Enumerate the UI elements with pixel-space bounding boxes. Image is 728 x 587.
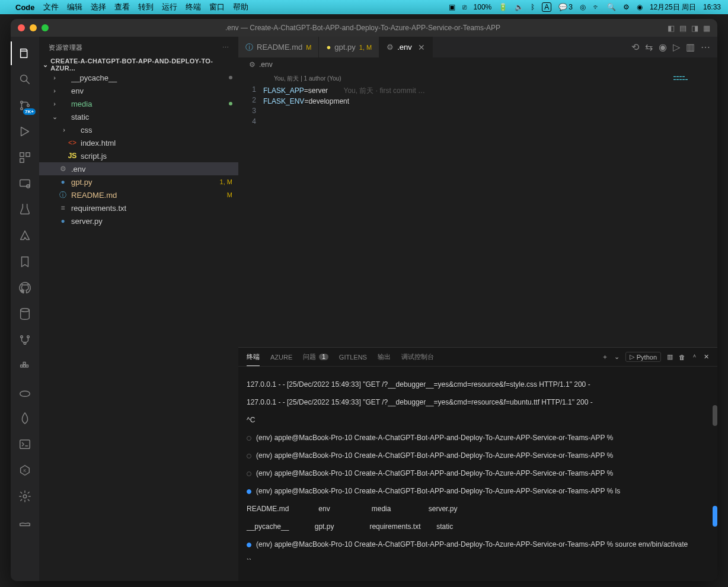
activity-docker[interactable] bbox=[11, 354, 39, 378]
docker-icon[interactable]: ▣ bbox=[449, 3, 455, 11]
tab-README-md[interactable]: ⓘREADME.mdM bbox=[238, 37, 319, 57]
airdrop-icon[interactable]: ◎ bbox=[580, 3, 586, 11]
folder-media[interactable]: ›media bbox=[39, 97, 238, 110]
terminal[interactable]: 127.0.0.1 - - [25/Dec/2022 15:49:33] "GE… bbox=[238, 367, 717, 581]
panel-tab-GITLENS[interactable]: GITLENS bbox=[339, 348, 367, 366]
menu-help[interactable]: 帮助 bbox=[233, 2, 248, 12]
layout-customize-icon[interactable]: ▦ bbox=[703, 24, 710, 33]
project-name: CREATE-A-CHATGPT-BOT-APP-AND-DEPLOY-TO-A… bbox=[50, 57, 235, 72]
battery-icon: 🔋 bbox=[499, 3, 507, 11]
menubar-date[interactable]: 12月25日 周日 bbox=[650, 2, 696, 12]
panel-tab-输出[interactable]: 输出 bbox=[378, 348, 391, 366]
layout-panel-icon[interactable]: ▤ bbox=[679, 24, 687, 33]
file-requirements-txt[interactable]: ≡requirements.txt bbox=[39, 201, 238, 214]
file--env[interactable]: ⚙.env bbox=[39, 162, 238, 175]
activity-git-graph[interactable] bbox=[11, 328, 39, 352]
diff-icon[interactable]: ⇆ bbox=[645, 41, 653, 53]
minimap[interactable]: ▬▬▬▬▬▬▬▬▬ bbox=[670, 71, 717, 347]
menu-window[interactable]: 窗口 bbox=[209, 2, 225, 12]
folder-static[interactable]: ⌄static bbox=[39, 110, 238, 123]
code-content[interactable]: You, 前天 | 1 author (You)FLASK_APP=server… bbox=[263, 71, 717, 347]
close-panel-icon[interactable]: ✕ bbox=[704, 353, 709, 361]
traffic-lights bbox=[18, 24, 49, 31]
maximize-panel-icon[interactable]: ＾ bbox=[691, 352, 698, 361]
panel-scrollbar[interactable] bbox=[711, 367, 717, 581]
activity-github[interactable] bbox=[11, 276, 39, 300]
tab--env[interactable]: ⚙.env✕ bbox=[379, 37, 433, 57]
panel-tab-AZURE[interactable]: AZURE bbox=[270, 348, 292, 366]
sidebar-more-icon[interactable]: ⋯ bbox=[222, 44, 229, 52]
menu-file[interactable]: 文件 bbox=[43, 2, 59, 12]
menu-go[interactable]: 转到 bbox=[138, 2, 154, 12]
sound-icon[interactable]: 🔈 bbox=[515, 3, 523, 11]
search-icon[interactable]: 🔍 bbox=[607, 3, 616, 11]
scrollbar-thumb[interactable] bbox=[713, 405, 717, 426]
interpreter-pill[interactable]: ▷ Python bbox=[625, 352, 661, 362]
panel-tab-终端[interactable]: 终端 bbox=[247, 348, 260, 366]
folder-__pycache__[interactable]: ›__pycache__ bbox=[39, 71, 238, 84]
activity-remote[interactable] bbox=[11, 172, 39, 195]
layout-sidebar-right-icon[interactable]: ◨ bbox=[691, 24, 698, 33]
activity-search[interactable] bbox=[11, 68, 39, 91]
menu-run[interactable]: 运行 bbox=[162, 2, 177, 12]
menu-edit[interactable]: 编辑 bbox=[67, 2, 82, 12]
control-center-icon[interactable]: ⚙ bbox=[623, 3, 630, 11]
breadcrumb[interactable]: ⚙ .env bbox=[238, 58, 717, 71]
folder-css[interactable]: ›css bbox=[39, 123, 238, 136]
wifi-icon[interactable]: ᯤ bbox=[593, 3, 600, 11]
tab-gpt-py[interactable]: ●gpt.py1, M bbox=[319, 37, 379, 57]
activity-kubernetes[interactable]: K bbox=[11, 458, 39, 482]
activity-extensions[interactable] bbox=[11, 146, 39, 169]
codelens[interactable]: You, 前天 | 1 author (You) bbox=[263, 73, 717, 84]
chat-icon[interactable]: 💬3 bbox=[558, 3, 573, 11]
activity-explorer[interactable] bbox=[11, 41, 39, 65]
activity-azure[interactable] bbox=[11, 224, 39, 248]
activity-source-control[interactable]: 7K+ bbox=[11, 94, 39, 117]
file-README-md[interactable]: ⓘREADME.mdM bbox=[39, 188, 238, 201]
gitlens-icon[interactable]: ◉ bbox=[659, 41, 667, 53]
more-actions-icon[interactable]: ⋯ bbox=[701, 41, 710, 53]
activity-mongodb[interactable] bbox=[11, 406, 39, 430]
folder-env[interactable]: ›env bbox=[39, 84, 238, 97]
kill-terminal-icon[interactable]: 🗑 bbox=[679, 354, 685, 361]
menu-terminal[interactable]: 终端 bbox=[186, 2, 201, 12]
activity-bookmarks[interactable] bbox=[11, 250, 39, 274]
activity-database[interactable] bbox=[11, 302, 39, 326]
menu-view[interactable]: 查看 bbox=[114, 2, 130, 12]
project-header[interactable]: ⌄ CREATE-A-CHATGPT-BOT-APP-AND-DEPLOY-TO… bbox=[39, 58, 238, 71]
maximize-window-button[interactable] bbox=[41, 24, 49, 31]
terminal-split-chev-icon[interactable]: ⌄ bbox=[614, 353, 620, 361]
close-tab-icon[interactable]: ✕ bbox=[418, 43, 425, 52]
bluetooth-icon[interactable]: ᛒ bbox=[531, 3, 535, 11]
run-icon[interactable]: ▷ bbox=[673, 41, 680, 53]
minimize-window-button[interactable] bbox=[30, 24, 37, 31]
activity-whale[interactable] bbox=[11, 511, 39, 534]
split-terminal-icon[interactable]: ▥ bbox=[667, 353, 673, 361]
menubar-app-name[interactable]: Code bbox=[15, 3, 35, 12]
panel-tab-问题[interactable]: 问题1 bbox=[303, 348, 328, 366]
screen-icon[interactable]: ⎚ bbox=[462, 3, 467, 11]
activity-run-debug[interactable] bbox=[11, 120, 39, 143]
activity-console[interactable] bbox=[11, 432, 39, 456]
close-window-button[interactable] bbox=[18, 24, 25, 31]
code-editor[interactable]: 1234 You, 前天 | 1 author (You)FLASK_APP=s… bbox=[238, 71, 717, 347]
file-index-html[interactable]: <>index.html bbox=[39, 136, 238, 149]
file-script-js[interactable]: JSscript.js bbox=[39, 149, 238, 162]
panel-tab-label: 问题 bbox=[303, 352, 316, 361]
scrollbar-thumb[interactable] bbox=[713, 506, 717, 527]
new-terminal-icon[interactable]: ＋ bbox=[602, 352, 608, 361]
file-server-py[interactable]: ●server.py bbox=[39, 214, 238, 227]
activity-settings[interactable] bbox=[11, 485, 39, 508]
file-gpt-py[interactable]: ●gpt.py1, M bbox=[39, 175, 238, 188]
menubar-time[interactable]: 16:33 bbox=[703, 3, 721, 11]
split-editor-icon[interactable]: ▥ bbox=[686, 41, 695, 53]
menu-selection[interactable]: 选择 bbox=[91, 2, 106, 12]
tree-item-label: media bbox=[71, 100, 229, 108]
lang-indicator[interactable]: A bbox=[542, 2, 551, 12]
activity-redhat[interactable] bbox=[11, 380, 39, 404]
activity-testing[interactable] bbox=[11, 198, 39, 222]
layout-sidebar-left-icon[interactable]: ◧ bbox=[668, 24, 675, 33]
siri-icon[interactable]: ◉ bbox=[637, 3, 643, 11]
panel-tab-调试控制台[interactable]: 调试控制台 bbox=[401, 348, 434, 366]
compare-icon[interactable]: ⟲ bbox=[631, 41, 639, 53]
